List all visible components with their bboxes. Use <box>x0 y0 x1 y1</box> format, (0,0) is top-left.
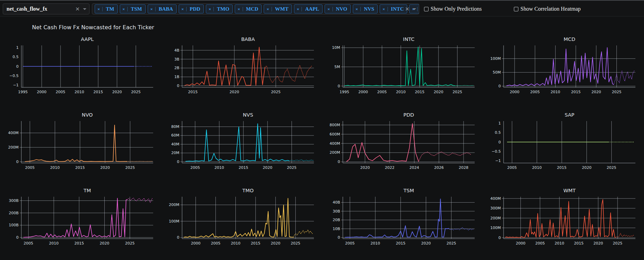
series-actual-line <box>506 47 614 86</box>
svg-text:80M: 80M <box>171 124 180 129</box>
subplot-title-NVS: NVS <box>161 112 321 118</box>
svg-text:−0.5: −0.5 <box>492 149 501 154</box>
svg-text:0.5: 0.5 <box>13 55 19 59</box>
subplot-SAP[interactable]: 20052010201520202025−1−0.500.51 <box>482 119 643 178</box>
svg-text:2025: 2025 <box>271 90 281 94</box>
subplot-MCD[interactable]: 200020052010201520202025050M100M <box>482 43 643 102</box>
svg-text:2020: 2020 <box>582 165 591 170</box>
svg-text:2005: 2005 <box>530 90 540 94</box>
svg-text:0: 0 <box>177 84 179 88</box>
ticker-caret-down-icon[interactable] <box>413 8 416 10</box>
show-correlation-heatmap-option[interactable]: Show Correlation Heatmap <box>514 1 581 17</box>
gridlines <box>180 197 314 239</box>
svg-text:−1: −1 <box>495 159 501 163</box>
subplot-cell-INTC: INTC199520002005201020152020202505M10M <box>321 33 482 109</box>
subplot-title-WMT: WMT <box>482 188 643 193</box>
series-predicted-line <box>289 160 313 161</box>
series-actual-line <box>25 125 127 162</box>
gridlines <box>502 45 635 87</box>
ticker-tag-label: INTC <box>388 6 407 12</box>
ticker-tag-MCD[interactable]: ×MCD <box>235 4 262 13</box>
subplot-title-TM: TM <box>0 188 161 193</box>
ticker-tag-AAPL[interactable]: ×AAPL <box>294 4 323 13</box>
series-predicted-line <box>127 161 152 162</box>
remove-tag-icon[interactable]: × <box>148 7 156 11</box>
svg-text:50M: 50M <box>493 70 501 75</box>
metric-dropdown[interactable]: net_cash_flow_fx × <box>3 3 89 14</box>
subplot-TMO[interactable]: 2000200520102015202020250100M200M <box>161 195 321 254</box>
ticker-tag-TSM[interactable]: ×TSM <box>120 4 146 13</box>
show-only-predictions-checkbox[interactable] <box>424 7 429 11</box>
remove-tag-icon[interactable]: × <box>120 7 128 11</box>
subplot-INTC[interactable]: 199520002005201020152020202505M10M <box>321 43 482 102</box>
ticker-multiselect[interactable]: ×TM×TSM×BABA×PDD×TMO×MCD×WMT×AAPL×NVO×NV… <box>92 3 419 14</box>
remove-tag-icon[interactable]: × <box>264 7 272 11</box>
remove-tag-icon[interactable]: × <box>206 7 214 11</box>
show-correlation-heatmap-checkbox[interactable] <box>514 7 518 11</box>
show-only-predictions-option[interactable]: Show Only Predictions <box>424 1 482 17</box>
ticker-tag-NVS[interactable]: ×NVS <box>353 4 378 13</box>
series-predicted-line <box>616 233 635 237</box>
show-only-predictions-label: Show Only Predictions <box>431 6 482 12</box>
metric-caret-down-icon[interactable] <box>83 8 86 10</box>
chart-suptitle: Net Cash Flow Fx Nowcasted for Each Tick… <box>32 24 154 31</box>
axis-labels: 200020052010201520202025050M100M <box>490 56 622 94</box>
ticker-tag-TM[interactable]: ×TM <box>95 4 118 13</box>
svg-text:40M: 40M <box>171 142 180 147</box>
subplot-PDD[interactable]: 202020222024202620280200M400M600M800M <box>321 119 482 178</box>
metric-clear-icon[interactable]: × <box>75 6 80 12</box>
ticker-tag-NVO[interactable]: ×NVO <box>325 4 350 13</box>
svg-text:2020: 2020 <box>271 241 281 246</box>
svg-text:2015: 2015 <box>557 165 567 170</box>
ticker-tag-BABA[interactable]: ×BABA <box>148 4 177 13</box>
series-predicted-line <box>127 198 152 203</box>
svg-text:1995: 1995 <box>339 90 349 94</box>
show-correlation-heatmap-label: Show Correlation Heatmap <box>520 6 581 12</box>
remove-tag-icon[interactable]: × <box>95 7 103 11</box>
svg-text:2010: 2010 <box>50 165 60 170</box>
axis-labels: 2000200520102015202020250100M200M300M400… <box>490 196 623 246</box>
svg-text:2000: 2000 <box>358 90 368 94</box>
ticker-tag-TMO[interactable]: ×TMO <box>206 4 233 13</box>
ticker-tag-label: SAP <box>418 6 419 12</box>
remove-tag-icon[interactable]: × <box>325 7 332 11</box>
svg-text:400M: 400M <box>8 131 19 135</box>
subplot-WMT[interactable]: 2000200520102015202020250100M200M300M400… <box>482 195 643 254</box>
subplot-NVO[interactable]: 200520102015202020250200M400M <box>0 119 161 178</box>
svg-text:2020: 2020 <box>591 90 601 94</box>
remove-tag-icon[interactable]: × <box>179 7 187 11</box>
svg-text:2020: 2020 <box>434 90 443 94</box>
remove-tag-icon[interactable]: × <box>235 7 243 11</box>
remove-tag-icon[interactable]: × <box>294 7 302 11</box>
gridlines <box>180 121 314 163</box>
ticker-tag-INTC[interactable]: ×INTC <box>380 4 407 13</box>
subplot-TM[interactable]: 200520102015202020250100B200B300B <box>0 195 161 254</box>
svg-text:0: 0 <box>177 235 179 240</box>
svg-text:2025: 2025 <box>453 90 462 94</box>
series-actual-line <box>347 123 419 162</box>
subplot-BABA[interactable]: 20152020202501B2B3B4B <box>161 43 321 102</box>
metric-dropdown-value: net_cash_flow_fx <box>3 6 47 12</box>
gridlines <box>180 45 314 87</box>
remove-tag-icon[interactable]: × <box>353 7 361 11</box>
svg-text:200M: 200M <box>490 216 501 220</box>
ticker-tag-PDD[interactable]: ×PDD <box>179 4 204 13</box>
svg-text:2025: 2025 <box>125 165 135 170</box>
svg-text:0: 0 <box>16 235 19 240</box>
ticker-tag-WMT[interactable]: ×WMT <box>264 4 292 13</box>
gridlines <box>20 121 153 163</box>
axis-labels: 200520102015202020250100B200B300B <box>9 198 135 246</box>
subplot-TSM[interactable]: 20052010201520202025010B20B30B40B <box>321 195 482 254</box>
svg-text:2005: 2005 <box>24 241 33 246</box>
subplot-AAPL[interactable]: 1995200020052010201520202025−1−0.500.51 <box>0 43 161 102</box>
ticker-tag-label: PDD <box>187 6 203 12</box>
svg-text:2010: 2010 <box>231 241 241 246</box>
ticker-clear-all-icon[interactable]: × <box>405 6 410 12</box>
svg-text:0: 0 <box>16 64 19 69</box>
svg-text:2005: 2005 <box>190 165 200 170</box>
remove-tag-icon[interactable]: × <box>380 7 388 11</box>
subplot-NVS[interactable]: 20052010201520202025020M40M60M80M <box>161 119 321 178</box>
svg-text:2020: 2020 <box>593 241 603 246</box>
subplot-cell-WMT: WMT2000200520102015202020250100M200M300M… <box>482 184 643 260</box>
svg-text:0: 0 <box>177 160 179 164</box>
